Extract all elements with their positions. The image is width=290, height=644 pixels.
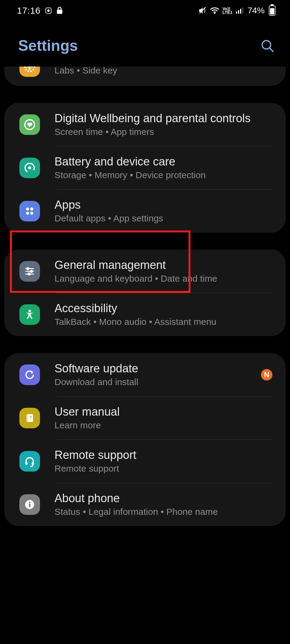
- row-subtitle: TalkBack • Mono audio • Assistant menu: [54, 317, 272, 327]
- signal-icon: [236, 7, 243, 14]
- row-title: User manual: [54, 405, 272, 418]
- row-subtitle: Learn more: [54, 420, 272, 430]
- apps-grid-icon: [19, 201, 40, 221]
- row-remote-support[interactable]: Remote support Remote support: [4, 440, 286, 483]
- row-subtitle: Remote support: [54, 463, 272, 474]
- svg-point-22: [31, 270, 33, 272]
- svg-point-4: [214, 13, 215, 14]
- svg-rect-2: [57, 10, 62, 14]
- battery-percent: 74%: [248, 6, 265, 15]
- svg-text:?: ?: [29, 415, 32, 420]
- row-subtitle: Labs • Side key: [54, 67, 272, 76]
- row-title: Apps: [54, 198, 272, 211]
- status-time: 17:16: [17, 5, 41, 16]
- lock-icon: [56, 7, 63, 15]
- svg-rect-7: [240, 9, 241, 14]
- book-help-icon: ?: [19, 408, 40, 428]
- row-apps[interactable]: Apps Default apps • App settings: [4, 189, 286, 233]
- search-icon[interactable]: [260, 39, 274, 53]
- svg-rect-29: [25, 462, 28, 465]
- svg-point-18: [30, 212, 33, 215]
- svg-point-14: [28, 166, 31, 169]
- status-bar: 17:16 Vo))LTE1 74%: [0, 0, 290, 19]
- row-subtitle: Status • Legal information • Phone name: [54, 507, 272, 517]
- svg-point-15: [26, 208, 29, 211]
- row-advanced-features[interactable]: Advanced features Labs • Side key: [4, 67, 286, 86]
- row-title: Digital Wellbeing and parental controls: [54, 112, 272, 125]
- notif-icon-1: [45, 7, 52, 14]
- accessibility-person-icon: [19, 304, 40, 325]
- row-general-management[interactable]: General management Language and keyboard…: [4, 250, 286, 293]
- row-subtitle: Language and keyboard • Date and time: [54, 273, 272, 284]
- svg-line-10: [270, 48, 273, 51]
- settings-group-general: General management Language and keyboard…: [4, 250, 286, 336]
- row-title: Accessibility: [54, 302, 272, 315]
- svg-rect-27: [26, 414, 28, 422]
- row-subtitle: Default apps • App settings: [54, 213, 272, 224]
- update-arrow-icon: [19, 364, 40, 385]
- mute-vibrate-icon: [198, 7, 207, 15]
- plus-icon: [19, 67, 40, 77]
- svg-point-16: [30, 208, 33, 211]
- svg-point-25: [28, 310, 31, 312]
- wifi-icon: [210, 7, 219, 14]
- volte-icon: Vo))LTE1: [222, 7, 232, 14]
- heart-circle-icon: [19, 114, 40, 135]
- svg-point-32: [29, 502, 30, 503]
- row-accessibility[interactable]: Accessibility TalkBack • Mono audio • As…: [4, 293, 286, 336]
- svg-rect-30: [32, 462, 34, 465]
- svg-rect-5: [236, 11, 237, 14]
- settings-header: Settings: [0, 19, 290, 67]
- svg-point-24: [28, 273, 30, 275]
- row-software-update[interactable]: Software update Download and install N: [4, 353, 286, 396]
- row-user-manual[interactable]: ? User manual Learn more: [4, 396, 286, 440]
- settings-group-system: Software update Download and install N ?…: [4, 353, 286, 526]
- battery-icon: [269, 5, 275, 16]
- device-care-icon: [19, 158, 40, 178]
- notification-badge: N: [261, 369, 272, 381]
- row-battery-device-care[interactable]: Battery and device care Storage • Memory…: [4, 146, 286, 189]
- settings-group-advanced: Advanced features Labs • Side key: [4, 67, 286, 86]
- row-title: Battery and device care: [54, 155, 272, 168]
- headset-icon: [19, 451, 40, 472]
- row-subtitle: Storage • Memory • Device protection: [54, 170, 272, 180]
- svg-point-17: [26, 212, 29, 215]
- svg-rect-8: [242, 8, 243, 14]
- svg-rect-6: [238, 10, 239, 14]
- settings-group-device: Digital Wellbeing and parental controls …: [4, 103, 286, 233]
- row-about-phone[interactable]: About phone Status • Legal information •…: [4, 483, 286, 526]
- svg-rect-33: [29, 504, 30, 507]
- row-subtitle: Download and install: [54, 377, 255, 387]
- row-title: General management: [54, 259, 272, 272]
- row-title: About phone: [54, 492, 272, 505]
- page-title: Settings: [18, 37, 78, 54]
- sliders-icon: [19, 261, 40, 282]
- row-subtitle: Screen time • App timers: [54, 127, 272, 137]
- row-title: Software update: [54, 362, 255, 375]
- row-digital-wellbeing[interactable]: Digital Wellbeing and parental controls …: [4, 103, 286, 146]
- info-icon: [19, 494, 40, 515]
- row-title: Remote support: [54, 449, 272, 462]
- svg-point-1: [47, 9, 50, 12]
- svg-point-20: [27, 267, 29, 270]
